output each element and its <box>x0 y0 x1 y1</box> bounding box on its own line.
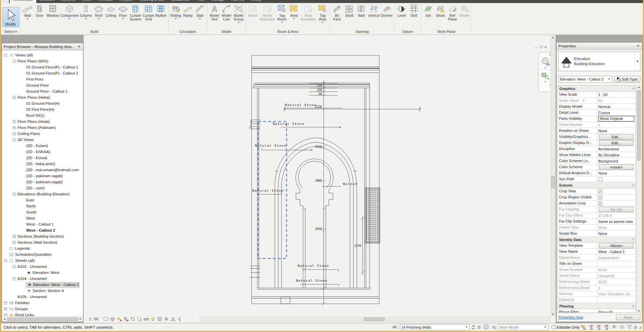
panel-label-select[interactable]: Select ▾ <box>1 29 20 35</box>
view-scale-button[interactable]: 1 : 50 <box>89 317 98 321</box>
shaft-button[interactable]: Shaft <box>343 4 355 18</box>
scrollbar-thumb[interactable] <box>364 318 385 321</box>
crop-view-icon[interactable] <box>130 316 135 322</box>
expand-icon[interactable]: + <box>13 126 16 129</box>
tree-item-east[interactable]: East <box>2 197 83 203</box>
property-title-on-sheet-row[interactable]: Title on Sheet <box>558 261 636 267</box>
close-icon[interactable]: ✕ <box>636 43 640 49</box>
tree-item-west[interactable]: West <box>2 215 83 221</box>
vertical-button[interactable]: Vertical <box>367 4 380 18</box>
exclude-options-icon[interactable] <box>491 324 497 330</box>
tree-item-floor-plans-pakinam[interactable]: +Floor Plans (Pakinam) <box>2 125 83 131</box>
mullion-button[interactable]: Mullion <box>155 4 167 18</box>
curtain-system-button[interactable]: Curtain System <box>129 4 142 21</box>
property-dependency-row[interactable]: DependencyIndependent <box>558 255 636 261</box>
tree-item-views-all[interactable]: −Views (all) <box>2 52 83 58</box>
grid-button[interactable]: Grid <box>408 4 420 18</box>
edit-type-button[interactable]: Edit Type <box>614 76 640 83</box>
tab-add-ins[interactable]: Add-Ins <box>228 0 247 3</box>
property-sun-path-row[interactable]: Sun Path <box>558 176 636 182</box>
reveal-constraints-icon[interactable] <box>164 316 169 322</box>
tree-item-3d-views[interactable]: −3D Views <box>2 137 83 143</box>
model-line-button[interactable]: Model Line <box>220 4 232 21</box>
expand-icon[interactable]: + <box>4 301 7 304</box>
tab-view[interactable]: View <box>193 0 208 3</box>
tree-item-roof-04-1[interactable]: Roof 04(1) <box>2 112 83 118</box>
property-edited-by-row[interactable]: Edited by <box>558 297 636 303</box>
property-color-scheme-lo-row[interactable]: Color Scheme Lo...Background <box>558 158 636 164</box>
select-by-face-toggle-icon[interactable] <box>604 324 609 330</box>
tree-item-south[interactable]: South <box>2 209 83 215</box>
tab-architecture[interactable]: Architecture <box>10 0 36 3</box>
collapse-icon[interactable]: − <box>13 60 16 63</box>
section-phasing[interactable]: Phasing∧ <box>558 303 636 309</box>
design-options-icon[interactable] <box>483 324 489 330</box>
ref-plane-button[interactable]: Ref Plane <box>446 4 459 21</box>
tree-item-floor-plans-heba[interactable]: −Floor Plans (Heba) <box>2 94 83 100</box>
dimension-value[interactable]: 1520 <box>315 105 322 108</box>
material-annotation[interactable]: Natural Stone <box>296 279 328 282</box>
scrollbar-thumb[interactable] <box>551 176 555 188</box>
model-group-button[interactable]: Model Group▼ <box>232 4 245 24</box>
component-button[interactable]: Component▼ <box>59 4 79 20</box>
tree-item-west-callout-1[interactable]: West - Callout 1 <box>2 221 83 227</box>
view-control-bar[interactable]: 1 : 50 ❮ <box>89 316 181 322</box>
collapse-chevron-icon[interactable]: ∧ <box>632 238 634 241</box>
property-default-analysis-d-row[interactable]: Default Analysis D...None <box>558 170 636 176</box>
collapse-icon[interactable]: − <box>13 138 16 141</box>
property-show-hidden-lines-row[interactable]: Show Hidden LinesBy Discipline <box>558 152 636 158</box>
tree-item-01-ground-floor-p-callout-1[interactable]: 01 Ground Floor(P) - Callout 1 <box>2 64 83 70</box>
collapse-icon[interactable]: − <box>4 54 7 57</box>
property-crop-region-visible-checkbox[interactable]: ✓ <box>598 195 602 199</box>
property-graphic-display-o-button[interactable]: Edit... <box>599 140 634 146</box>
editing-requests-icon[interactable] <box>471 324 476 330</box>
dimension-value[interactable]: 1000 <box>315 179 322 182</box>
dimension-value[interactable]: 310 <box>317 84 322 87</box>
tree-item-ceiling-plans[interactable]: +Ceiling Plans <box>2 131 83 137</box>
tree-item-elevation-west[interactable]: Elevation: West <box>2 270 83 276</box>
filter-icon[interactable] <box>627 324 633 330</box>
area-button[interactable]: Area▼ <box>288 4 300 20</box>
properties-vscrollbar[interactable]: ▲ ▼ <box>637 85 641 313</box>
dimension-value[interactable]: 3950 <box>315 227 322 231</box>
temporary-hide-isolate-icon[interactable] <box>143 316 149 322</box>
expand-icon[interactable]: + <box>13 235 16 238</box>
expand-icon[interactable]: + <box>4 314 7 317</box>
material-annotation[interactable]: Natural Stone <box>285 103 316 107</box>
tree-item-ground-floor[interactable]: Ground Floor <box>2 82 83 88</box>
scroll-down-icon[interactable]: ▼ <box>551 313 555 316</box>
detail-level-icon[interactable] <box>103 316 109 322</box>
canvas-hscrollbar[interactable] <box>200 317 550 322</box>
tree-item-sheets-all[interactable]: −Sheets (all) <box>2 257 83 264</box>
tree-item-elevation-west-callout-2[interactable]: Elevation: West - Callout 2 <box>2 282 83 288</box>
collapse-chevron-icon[interactable]: ∧ <box>632 184 634 187</box>
tab-manage[interactable]: Manage <box>208 0 228 3</box>
close-icon[interactable]: ✕ <box>77 43 81 50</box>
tree-item-3d-esraa[interactable]: {3D - Esraa} <box>2 155 83 161</box>
visual-style-icon[interactable] <box>110 316 115 322</box>
property-referencing-sheet-row[interactable]: Referencing SheetA102 <box>558 279 636 285</box>
property-visibility-graphics-row[interactable]: Visibility/Graphics...Edit... <box>558 134 636 140</box>
chevron-down-icon[interactable]: ▼ <box>635 52 640 71</box>
tree-item-section-section-4[interactable]: Section: Section 4 <box>2 288 83 294</box>
property-visibility-graphics-button[interactable]: Edit... <box>599 134 634 140</box>
sun-path-off-icon[interactable] <box>117 316 122 322</box>
reveal-hidden-icon[interactable] <box>150 316 156 322</box>
railing-button[interactable]: Railing▼ <box>170 4 182 20</box>
drag-on-selection-icon[interactable] <box>611 324 617 330</box>
view-window-controls[interactable]: —❐✕ <box>534 46 549 49</box>
design-option-combo[interactable]: Main Model▼ <box>498 324 548 330</box>
dimension-value[interactable]: 2530 <box>315 145 322 148</box>
property-far-clipping-button[interactable]: No clip <box>599 207 634 212</box>
level-button[interactable]: 1Level <box>396 4 408 18</box>
tree-item-groups[interactable]: +Groups <box>2 306 83 312</box>
property-far-clipping-row[interactable]: Far ClippingNo clip <box>558 206 636 212</box>
set-button[interactable]: Set <box>422 4 434 18</box>
property-view-scale-row[interactable]: View Scale1 : 50 <box>558 92 636 98</box>
collapse-icon[interactable]: − <box>13 265 16 268</box>
expand-icon[interactable]: + <box>13 120 16 123</box>
tree-item-3d-mai-emam-hotmail-com[interactable]: {3D - mai-emam@hotmail.com <box>2 167 83 173</box>
property-color-scheme-row[interactable]: Color Scheme<none> <box>558 164 636 170</box>
scroll-right-icon[interactable]: ► <box>78 318 83 321</box>
collapse-chevron-icon[interactable]: ∧ <box>632 304 634 307</box>
